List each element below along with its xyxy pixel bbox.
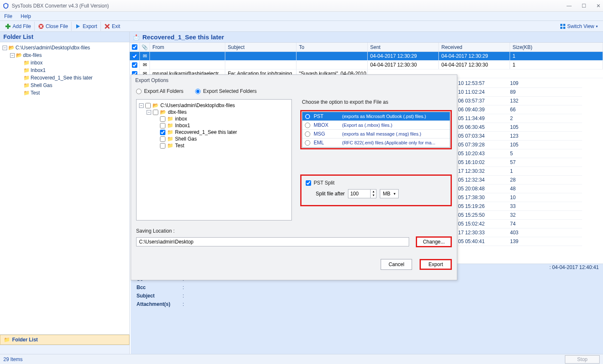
saving-path[interactable]: C:\Users\admin\Desktop <box>136 237 409 246</box>
col-received[interactable]: Received <box>439 43 510 51</box>
email-row-partial[interactable]: 05 20:08:4848 <box>456 185 582 193</box>
email-row-partial[interactable]: 17 12:30:321 <box>456 167 582 176</box>
item-count: 29 Items <box>3 356 23 362</box>
chevron-down-icon: ▾ <box>394 192 396 196</box>
app-logo-icon <box>3 3 9 9</box>
col-from[interactable]: From <box>150 43 225 51</box>
email-row-partial[interactable]: 05 07:39:28105 <box>456 141 582 149</box>
split-after-label: Split file after <box>316 191 345 197</box>
folder-icon: 📁 <box>23 75 29 81</box>
folder-icon: 📁 <box>23 60 29 66</box>
close-file-button[interactable]: Close File <box>34 22 71 31</box>
add-file-button[interactable]: Add File <box>2 22 34 31</box>
svg-rect-5 <box>560 27 562 29</box>
email-row[interactable]: ✉ 04-04-2017 12:30:29 04-04-2017 12:30:2… <box>130 52 603 61</box>
col-sent[interactable]: Sent <box>368 43 439 51</box>
email-row-partial[interactable]: 05 15:02:4274 <box>456 220 582 228</box>
folder-icon: 📁 <box>4 337 10 343</box>
folder-tree[interactable]: −📂C:\Users\admin\Desktop\dbx-files −📂dbx… <box>0 42 129 334</box>
email-row-partial[interactable]: 06 03:57:37132 <box>456 97 582 105</box>
folder-open-icon: 📂 <box>160 109 166 115</box>
folder-icon: 📁 <box>23 90 29 96</box>
email-row-partial[interactable]: 05 15:19:2633 <box>456 202 582 211</box>
cancel-button[interactable]: Cancel <box>381 259 412 270</box>
col-subject[interactable]: Subject <box>225 43 296 51</box>
export-button[interactable]: Export <box>71 22 100 31</box>
dialog-title: Export Options <box>131 75 457 86</box>
email-row-partial[interactable]: 05 15:25:5032 <box>456 211 582 220</box>
expand-icon[interactable]: − <box>139 103 144 108</box>
folder-icon: 📁 <box>167 136 173 142</box>
split-size-input[interactable]: ▲▼ <box>348 189 376 198</box>
attachment-col-icon[interactable]: 📎 <box>140 43 150 51</box>
chevron-down-icon: ▾ <box>596 24 598 28</box>
expand-icon[interactable]: − <box>10 53 15 58</box>
menu-help[interactable]: Help <box>21 13 31 19</box>
email-row-partial[interactable]: 05 07:03:34123 <box>456 132 582 141</box>
email-row-partial[interactable]: 05 16:10:0257 <box>456 158 582 167</box>
email-row-partial[interactable]: 10 12:53:57109 <box>456 79 582 88</box>
change-button[interactable]: Change... <box>416 236 452 247</box>
mail-icon: ✉ <box>143 62 147 68</box>
format-option-pst[interactable]: PST(exports as Microsoft Outlook (.pst) … <box>302 112 450 121</box>
svg-rect-4 <box>563 24 565 26</box>
plus-icon <box>5 23 11 29</box>
grid-icon <box>560 23 566 29</box>
menu-file[interactable]: File <box>4 13 12 19</box>
folder-list-header: Folder List <box>0 32 129 42</box>
modified-date: : 04-04-2017 12:40:41 <box>549 264 599 270</box>
col-to[interactable]: To <box>296 43 368 51</box>
format-option-eml[interactable]: EML(RFC 822(.eml) files.(Applicable only… <box>302 138 450 147</box>
left-blank <box>0 345 129 354</box>
export-all-radio[interactable]: Export All Folders <box>136 88 183 94</box>
folder-icon: 📁 <box>167 129 173 135</box>
folder-open-icon: 📂 <box>8 45 14 51</box>
folder-icon: 📁 <box>23 67 29 73</box>
format-list: PST(exports as Microsoft Outlook (.pst) … <box>302 112 450 148</box>
col-size[interactable]: Size(KB) <box>510 43 603 51</box>
minimize-button[interactable]: — <box>567 3 572 9</box>
email-row-partial[interactable]: 17 12:30:33403 <box>456 228 582 237</box>
email-row-partial[interactable]: 05 05:40:41139 <box>456 237 582 246</box>
switch-view-button[interactable]: Switch View ▾ <box>557 22 601 31</box>
spin-down-icon[interactable]: ▼ <box>371 193 376 197</box>
export-options-dialog: Export Options Export All Folders Export… <box>131 74 457 280</box>
play-icon <box>75 23 81 29</box>
folder-list-panel: Folder List −📂C:\Users\admin\Desktop\dbx… <box>0 32 130 354</box>
folder-list-tab[interactable]: 📁 Folder List <box>0 335 129 345</box>
email-row-partial[interactable]: 05 17:38:3010 <box>456 193 582 202</box>
format-option-mbox[interactable]: MBOX(Export as (.mbox) files.) <box>302 121 450 130</box>
current-folder-bar: 📩 Recovered_1_See this later <box>130 32 603 43</box>
mail-icon: ✉ <box>143 53 147 59</box>
close-button[interactable]: ✕ <box>596 3 600 9</box>
folder-icon: 📁 <box>167 123 173 128</box>
folder-open-icon: 📂 <box>152 103 159 108</box>
email-row-partial[interactable]: 06 09:40:3966 <box>456 105 582 114</box>
email-row-partial[interactable]: 05 12:32:3428 <box>456 176 582 185</box>
x-icon <box>104 23 110 29</box>
mail-folder-icon: 📩 <box>133 34 139 40</box>
svg-rect-1 <box>5 26 10 27</box>
email-row-partial[interactable]: 05 06:30:45105 <box>456 123 582 132</box>
email-list-header: 📎 From Subject To Sent Received Size(KB) <box>130 43 603 52</box>
svg-rect-3 <box>560 24 562 26</box>
export-selected-radio[interactable]: Export Selected Folders <box>195 88 257 94</box>
stop-button[interactable]: Stop <box>565 355 600 364</box>
email-row-partial[interactable]: 05 11:34:492 <box>456 114 582 123</box>
saving-location-label: Saving Location : <box>136 228 452 234</box>
export-folder-tree[interactable]: −📂C:\Users\admin\Desktop\dbx-files −📂dbx… <box>136 99 292 220</box>
spin-up-icon[interactable]: ▲ <box>371 190 376 193</box>
email-row-partial[interactable]: 10 11:02:2489 <box>456 88 582 97</box>
exit-button[interactable]: Exit <box>100 22 124 31</box>
split-unit-select[interactable]: MB▾ <box>380 189 399 198</box>
export-confirm-button[interactable]: Export <box>420 259 452 270</box>
email-row[interactable]: ✉ 04-04-2017 12:30:30 04-04-2017 12:30:3… <box>130 61 603 69</box>
maximize-button[interactable]: ☐ <box>582 3 586 9</box>
pst-split-group: PST Split Split file after ▲▼ MB▾ <box>300 174 452 206</box>
expand-icon[interactable]: − <box>147 110 151 115</box>
pst-split-checkbox[interactable] <box>306 180 311 186</box>
format-option-msg[interactable]: MSG(exports as Mail message (.msg) files… <box>302 130 450 138</box>
expand-icon[interactable]: − <box>3 46 7 50</box>
email-row-partial[interactable]: 05 10:20:435 <box>456 149 582 158</box>
select-all-checkbox[interactable] <box>132 44 137 50</box>
